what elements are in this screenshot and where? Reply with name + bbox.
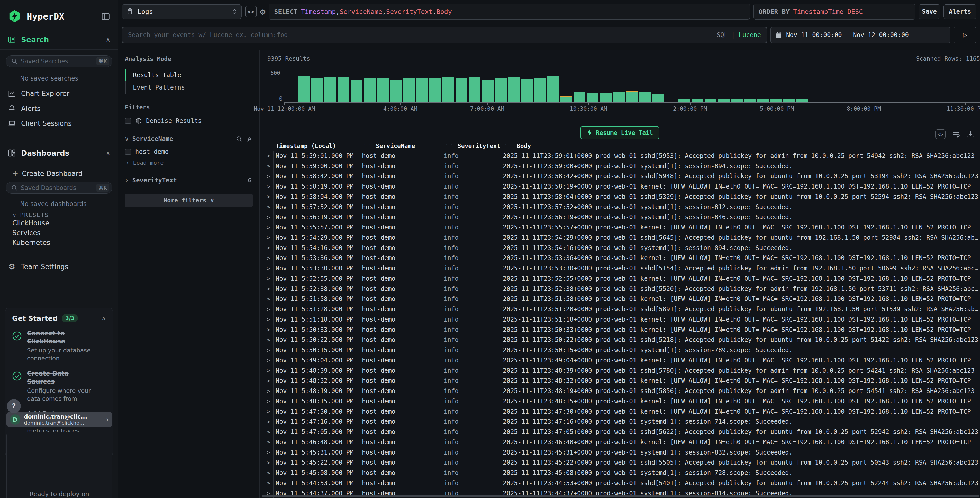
load-more-button[interactable]: › Load more: [126, 160, 253, 166]
table-row[interactable]: >Nov 11 5:51:58.000 PMhost-demoinfo2025-…: [260, 294, 980, 304]
sidebar-item-search[interactable]: Search ∧: [0, 35, 118, 45]
table-row[interactable]: >Nov 11 5:51:28.000 PMhost-demoinfo2025-…: [260, 304, 980, 314]
histogram-bar[interactable]: [442, 77, 454, 102]
row-expand-chevron-icon[interactable]: >: [260, 151, 275, 161]
sidebar-item-team-settings[interactable]: ⚙ Team Settings: [0, 259, 118, 274]
create-dashboard-button[interactable]: + Create Dashboard: [0, 169, 118, 178]
column-drag-handle[interactable]: ⋮⋮: [503, 142, 513, 149]
mode-results-table[interactable]: Results Table: [125, 69, 253, 81]
histogram-bar[interactable]: [560, 96, 572, 102]
saved-dashboards-field[interactable]: [21, 184, 93, 191]
col-header-servicename[interactable]: ⋮⋮ServiceName: [362, 142, 444, 149]
histogram-bar[interactable]: [665, 102, 677, 102]
table-row[interactable]: >Nov 11 5:50:33.000 PMhost-demoinfo2025-…: [260, 325, 980, 335]
histogram-bar[interactable]: [337, 77, 349, 102]
table-row[interactable]: >Nov 11 5:57:52.000 PMhost-demoinfo2025-…: [260, 202, 980, 212]
table-row[interactable]: >Nov 11 5:54:29.000 PMhost-demoinfo2025-…: [260, 233, 980, 243]
histogram-bar[interactable]: [455, 78, 468, 103]
row-expand-chevron-icon[interactable]: >: [260, 396, 275, 406]
row-expand-chevron-icon[interactable]: >: [260, 417, 275, 427]
histogram-bar[interactable]: [731, 99, 743, 102]
resume-live-tail-button[interactable]: Resume Live Tail: [581, 126, 659, 139]
row-expand-chevron-icon[interactable]: >: [260, 243, 275, 253]
table-row[interactable]: >Nov 11 5:47:30.000 PMhost-demoinfo2025-…: [260, 406, 980, 417]
histogram-bar[interactable]: [692, 99, 703, 102]
saved-searches-input[interactable]: ⌘K: [6, 55, 112, 67]
row-expand-chevron-icon[interactable]: >: [260, 447, 275, 458]
row-expand-chevron-icon[interactable]: >: [260, 212, 275, 222]
sidebar-item-dashboards[interactable]: Dashboards ∧: [0, 148, 118, 158]
histogram-bar[interactable]: [351, 80, 363, 102]
col-header-severitytext[interactable]: ⋮⋮SeverityText: [444, 142, 503, 149]
table-row[interactable]: >Nov 11 5:58:19.000 PMhost-demoinfo2025-…: [260, 181, 980, 192]
download-icon[interactable]: [967, 131, 974, 138]
table-row[interactable]: >Nov 11 5:48:19.000 PMhost-demoinfo2025-…: [260, 386, 980, 396]
event-search-input[interactable]: SQL | Lucene: [122, 27, 767, 43]
table-row[interactable]: >Nov 11 5:55:57.000 PMhost-demoinfo2025-…: [260, 222, 980, 233]
wrap-lines-icon[interactable]: [952, 131, 960, 138]
histogram-bar[interactable]: [508, 77, 520, 102]
row-expand-chevron-icon[interactable]: >: [260, 284, 275, 294]
histogram-bar[interactable]: [285, 102, 297, 102]
histogram-bar[interactable]: [626, 91, 638, 102]
get-started-item[interactable]: Connect to ClickHouseSet up your databas…: [12, 329, 106, 362]
alerts-button[interactable]: Alerts: [943, 4, 977, 19]
histogram-bar[interactable]: [495, 78, 507, 102]
histogram-bar[interactable]: [311, 78, 323, 102]
event-search-field[interactable]: [128, 31, 713, 38]
column-drag-handle[interactable]: ⋮⋮: [362, 142, 372, 149]
deploy-promo-card[interactable]: Ready to deploy on: [6, 432, 112, 498]
histogram-bar[interactable]: [416, 78, 428, 102]
denoise-results-option[interactable]: Denoise Results: [125, 117, 253, 124]
histogram-bar[interactable]: [797, 99, 808, 102]
row-expand-chevron-icon[interactable]: >: [260, 202, 275, 212]
table-row[interactable]: >Nov 11 5:45:22.000 PMhost-demoinfo2025-…: [260, 458, 980, 468]
histogram-bar[interactable]: [325, 77, 336, 102]
date-range-picker[interactable]: Nov 11 00:00:00 - Nov 12 00:00:00: [770, 27, 950, 43]
sidebar-item-alerts[interactable]: Alerts: [0, 101, 118, 116]
sidebar-item-chart-explorer[interactable]: Chart Explorer: [0, 86, 118, 101]
row-expand-chevron-icon[interactable]: >: [260, 273, 275, 284]
pin-icon[interactable]: [246, 136, 253, 142]
row-expand-chevron-icon[interactable]: >: [260, 181, 275, 192]
histogram-bar[interactable]: [377, 78, 389, 102]
sidebar-item-preset-kubernetes[interactable]: Kubernetes: [0, 238, 118, 247]
row-expand-chevron-icon[interactable]: >: [260, 294, 275, 304]
column-drag-handle[interactable]: ⋮⋮: [444, 142, 454, 149]
histogram-bar[interactable]: [770, 99, 782, 102]
histogram-bar[interactable]: [718, 99, 730, 102]
table-row[interactable]: >Nov 11 5:44:53.000 PMhost-demoinfo2025-…: [260, 478, 980, 488]
row-expand-chevron-icon[interactable]: >: [260, 437, 275, 447]
row-expand-chevron-icon[interactable]: >: [260, 161, 275, 171]
run-query-button[interactable]: ▷: [954, 27, 977, 43]
table-row[interactable]: >Nov 11 5:47:16.000 PMhost-demoinfo2025-…: [260, 417, 980, 427]
row-expand-chevron-icon[interactable]: >: [260, 192, 275, 202]
row-expand-chevron-icon[interactable]: >: [260, 304, 275, 314]
table-row[interactable]: >Nov 11 5:59:00.000 PMhost-demoinfo2025-…: [260, 161, 980, 171]
row-expand-chevron-icon[interactable]: >: [260, 314, 275, 325]
servicename-filter-group[interactable]: ∨ ServiceName: [125, 135, 253, 142]
row-expand-chevron-icon[interactable]: >: [260, 478, 275, 488]
row-expand-chevron-icon[interactable]: >: [260, 386, 275, 396]
histogram-bar[interactable]: [783, 99, 795, 102]
filter-search-icon[interactable]: [236, 136, 242, 142]
row-expand-chevron-icon[interactable]: >: [260, 325, 275, 335]
horizontal-scrollbar[interactable]: [262, 495, 979, 497]
table-row[interactable]: >Nov 11 5:58:42.000 PMhost-demoinfo2025-…: [260, 171, 980, 182]
histogram-bar[interactable]: [390, 80, 402, 102]
histogram-bar[interactable]: [600, 93, 612, 102]
histogram-bar[interactable]: [534, 78, 546, 102]
save-button[interactable]: Save: [918, 4, 940, 19]
histogram-bar[interactable]: [639, 92, 651, 102]
saved-searches-field[interactable]: [21, 58, 93, 65]
row-expand-chevron-icon[interactable]: >: [260, 335, 275, 345]
row-expand-chevron-icon[interactable]: >: [260, 222, 275, 233]
table-row[interactable]: >Nov 11 5:53:30.000 PMhost-demoinfo2025-…: [260, 263, 980, 273]
row-expand-chevron-icon[interactable]: >: [260, 468, 275, 478]
row-expand-chevron-icon[interactable]: >: [260, 366, 275, 376]
histogram-bar[interactable]: [744, 99, 756, 102]
more-filters-button[interactable]: More filters ∨: [125, 194, 253, 207]
histogram-bar[interactable]: [574, 92, 585, 102]
source-select[interactable]: Logs: [122, 4, 242, 19]
row-expand-chevron-icon[interactable]: >: [260, 406, 275, 417]
